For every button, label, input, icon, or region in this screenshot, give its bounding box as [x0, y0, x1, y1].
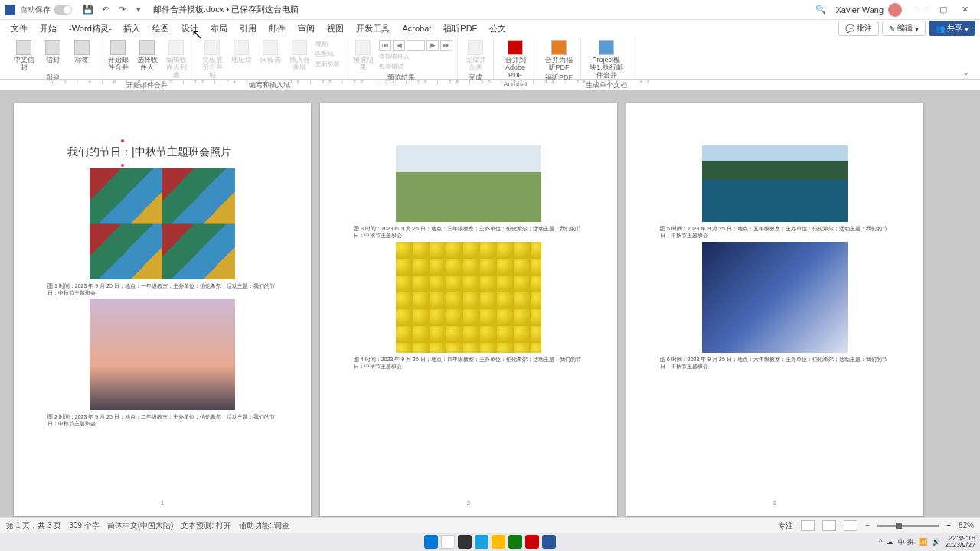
zoom-slider[interactable]	[877, 525, 939, 527]
merge-adobe-button[interactable]: 合并到 Adobe PDF	[498, 40, 532, 80]
taskview-button[interactable]	[458, 535, 472, 549]
tray-expand-icon[interactable]: ^	[879, 538, 882, 546]
prev-record-button: ◀	[393, 40, 405, 51]
language[interactable]: 简体中文(中国大陆)	[107, 520, 174, 531]
word-icon[interactable]	[542, 535, 556, 549]
page-number: 2	[467, 500, 470, 507]
avatar[interactable]	[888, 3, 902, 17]
zoom-level[interactable]: 82%	[959, 521, 974, 530]
tab-layout[interactable]: 布局	[204, 21, 234, 36]
close-button[interactable]: ✕	[954, 2, 975, 18]
tab-home[interactable]: 开始	[34, 21, 63, 36]
status-bar: 第 1 页，共 3 页 309 个字 简体中文(中国大陆) 文本预测: 打开 辅…	[0, 517, 980, 533]
explorer-icon[interactable]	[492, 535, 505, 549]
edge-icon[interactable]	[475, 535, 488, 549]
app-icon[interactable]	[525, 535, 539, 549]
editing-label: 编辑	[897, 23, 913, 34]
maximize-button[interactable]: ▢	[933, 2, 954, 18]
print-layout-button[interactable]	[822, 520, 836, 531]
page-count[interactable]: 第 1 页，共 3 页	[6, 520, 61, 531]
onedrive-icon[interactable]: ☁	[887, 538, 893, 546]
tab-design[interactable]: 设计	[175, 21, 204, 36]
address-icon	[234, 40, 249, 55]
cn-envelope-button[interactable]: 中文信封	[11, 40, 37, 72]
page-3[interactable]: 图 5 时间：2023 年 9 月 25 日；地点：五年级教室；主办单位：伯伦希…	[626, 103, 923, 516]
rbtn-label: 完成并合并	[462, 57, 488, 72]
tab-file[interactable]: 文件	[5, 21, 34, 36]
rbtn-label: 问候语	[260, 57, 281, 64]
volume-icon[interactable]: 🔊	[932, 538, 940, 546]
tab-insert[interactable]: 插入	[117, 21, 146, 36]
tab-official[interactable]: 公文	[483, 21, 512, 36]
word-count[interactable]: 309 个字	[69, 520, 99, 531]
text-prediction[interactable]: 文本预测: 打开	[181, 520, 231, 531]
page-1[interactable]: 我们的节日：|中秋节主题班会照片 图 1 时间：2023 年 9 月 25 日；…	[14, 103, 311, 516]
user-name[interactable]: Xavier Wang	[835, 5, 884, 15]
record-number	[407, 40, 425, 51]
figure-2[interactable]: 图 2 时间：2023 年 9 月 25 日；地点：二年级教室；主办单位：伯伦希…	[44, 299, 280, 427]
list-icon	[168, 40, 184, 55]
tab-foxit[interactable]: 福昕PDF	[437, 21, 483, 36]
figure-6[interactable]: 图 6 时间：2023 年 9 月 25 日；地点：六年级教室；主办单位：伯伦希…	[657, 242, 893, 370]
windows-taskbar: ^ ☁ 中 拼 📶 🔊 22:49:18 2023/9/27	[0, 533, 980, 551]
qat-dropdown[interactable]: ▾	[132, 4, 145, 16]
zoom-out-button[interactable]: −	[865, 521, 870, 530]
autosave-toggle[interactable]	[54, 5, 72, 15]
comments-button[interactable]: 💬 批注	[838, 21, 879, 36]
web-layout-button[interactable]	[844, 520, 858, 531]
page-2[interactable]: 图 3 时间：2023 年 9 月 25 日；地点：三年级教室；主办单位：伯伦希…	[320, 103, 617, 516]
figure-5[interactable]: 图 5 时间：2023 年 9 月 25 日；地点：五年级教室；主办单位：伯伦希…	[657, 145, 893, 239]
merge-foxit-button[interactable]: 合并为福昕PDF	[542, 40, 576, 72]
save-icon[interactable]: 💾	[82, 4, 94, 16]
document-name[interactable]: 邮件合并模板.docx • 已保存到这台电脑	[153, 4, 299, 15]
menu-bar: 文件 开始 -Word精灵- 插入 绘图 设计 布局 引用 邮件 审阅 视图 开…	[0, 20, 980, 37]
tab-draw[interactable]: 绘图	[146, 21, 175, 36]
tab-references[interactable]: 引用	[234, 21, 263, 36]
project-module-button[interactable]: Project模块1.执行邮件合并	[590, 40, 623, 80]
clock[interactable]: 22:49:18 2023/9/27	[945, 535, 975, 549]
tab-wordspirit[interactable]: -Word精灵-	[63, 21, 117, 36]
tab-developer[interactable]: 开发工具	[350, 21, 396, 36]
figure-3[interactable]: 图 3 时间：2023 年 9 月 25 日；地点：三年级教室；主办单位：伯伦希…	[351, 145, 586, 239]
rbtn-label: 选择收件人	[134, 57, 160, 72]
undo-icon[interactable]: ↶	[99, 4, 111, 16]
share-button[interactable]: 👥 共享 ▾	[929, 21, 975, 36]
labels-button[interactable]: 标签	[69, 40, 95, 64]
search-icon[interactable]: 🔍	[815, 5, 826, 15]
label-icon	[74, 40, 90, 55]
figure-caption: 图 5 时间：2023 年 9 月 25 日；地点：五年级教室；主办单位：伯伦希…	[657, 225, 893, 239]
accessibility[interactable]: 辅助功能: 调查	[239, 520, 289, 531]
read-mode-button[interactable]	[801, 520, 815, 531]
start-button[interactable]	[424, 535, 438, 549]
select-recipients-button[interactable]: 选择收件人	[134, 40, 160, 72]
tab-view[interactable]: 视图	[321, 21, 350, 36]
figure-caption: 图 4 时间：2023 年 9 月 25 日；地点：四年级教室；主办单位：伯伦希…	[351, 356, 586, 370]
excel-icon[interactable]	[508, 535, 522, 549]
document-title[interactable]: 我们的节日：|中秋节主题班会照片	[44, 145, 280, 159]
rbtn-label: 预览结果	[350, 57, 376, 72]
rbtn-label: 插入合并域	[286, 57, 312, 72]
search-button[interactable]	[441, 535, 455, 549]
document-area[interactable]: 我们的节日：|中秋节主题班会照片 图 1 时间：2023 年 9 月 25 日；…	[0, 90, 980, 519]
ime-indicator[interactable]: 中 拼	[898, 537, 914, 547]
ribbon-collapse-button[interactable]: ⌄	[958, 66, 974, 79]
envelope-button[interactable]: 信封	[40, 40, 66, 64]
wifi-icon[interactable]: 📶	[919, 538, 927, 546]
focus-mode[interactable]: 专注	[778, 520, 793, 531]
figure-1[interactable]: 图 1 时间：2023 年 9 月 25 日；地点：一年级教室；主办单位：伯伦希…	[44, 168, 280, 296]
envelope-icon	[16, 40, 31, 55]
minimize-button[interactable]: —	[911, 2, 933, 18]
insert-field-button: 插入合并域	[286, 40, 312, 72]
rbtn-label: 地址块	[231, 57, 252, 64]
tab-review[interactable]: 审阅	[292, 21, 321, 36]
zoom-in-button[interactable]: +	[946, 521, 951, 530]
redo-icon[interactable]: ↷	[116, 4, 128, 16]
tab-acrobat[interactable]: Acrobat	[396, 22, 437, 34]
cursor-marker-icon	[121, 164, 124, 167]
page-number: 3	[773, 500, 776, 507]
tab-mailings[interactable]: 邮件	[263, 21, 292, 36]
envelope-icon	[45, 40, 60, 55]
start-merge-button[interactable]: 开始邮件合并	[105, 40, 131, 72]
editing-button[interactable]: ✎ 编辑 ▾	[882, 21, 926, 36]
figure-4[interactable]: 图 4 时间：2023 年 9 月 25 日；地点：四年级教室；主办单位：伯伦希…	[351, 242, 586, 370]
